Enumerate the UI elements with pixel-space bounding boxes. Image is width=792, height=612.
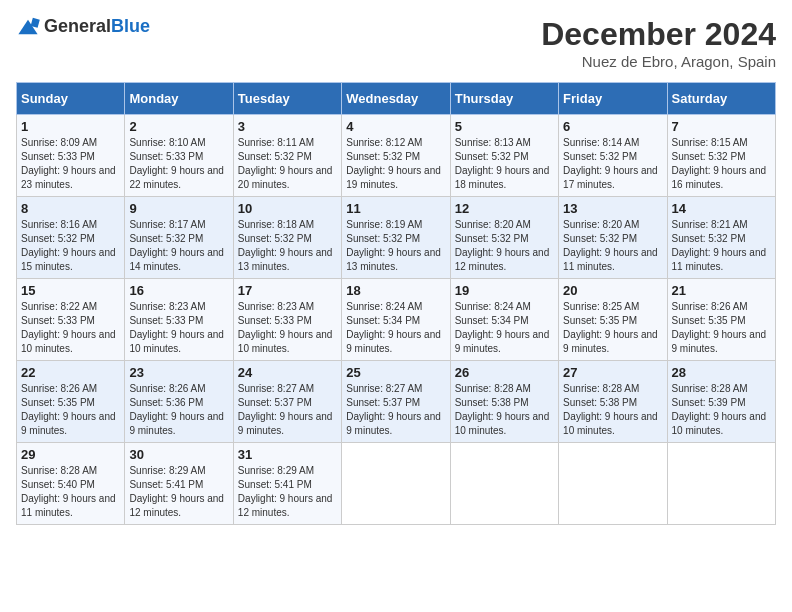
calendar-cell: 5Sunrise: 8:13 AMSunset: 5:32 PMDaylight… (450, 115, 558, 197)
day-number: 25 (346, 365, 445, 380)
day-info: Sunrise: 8:26 AMSunset: 5:36 PMDaylight:… (129, 382, 228, 438)
day-info: Sunrise: 8:14 AMSunset: 5:32 PMDaylight:… (563, 136, 662, 192)
day-info: Sunrise: 8:11 AMSunset: 5:32 PMDaylight:… (238, 136, 337, 192)
day-number: 5 (455, 119, 554, 134)
logo: GeneralBlue (16, 16, 150, 37)
day-info: Sunrise: 8:28 AMSunset: 5:40 PMDaylight:… (21, 464, 120, 520)
day-info: Sunrise: 8:19 AMSunset: 5:32 PMDaylight:… (346, 218, 445, 274)
day-number: 7 (672, 119, 771, 134)
calendar-cell: 9Sunrise: 8:17 AMSunset: 5:32 PMDaylight… (125, 197, 233, 279)
header-wednesday: Wednesday (342, 83, 450, 115)
week-row-4: 22Sunrise: 8:26 AMSunset: 5:35 PMDayligh… (17, 361, 776, 443)
day-number: 27 (563, 365, 662, 380)
header-friday: Friday (559, 83, 667, 115)
day-info: Sunrise: 8:27 AMSunset: 5:37 PMDaylight:… (238, 382, 337, 438)
day-number: 21 (672, 283, 771, 298)
day-number: 14 (672, 201, 771, 216)
day-info: Sunrise: 8:26 AMSunset: 5:35 PMDaylight:… (21, 382, 120, 438)
day-info: Sunrise: 8:17 AMSunset: 5:32 PMDaylight:… (129, 218, 228, 274)
calendar-cell: 6Sunrise: 8:14 AMSunset: 5:32 PMDaylight… (559, 115, 667, 197)
page-header: GeneralBlue December 2024 Nuez de Ebro, … (16, 16, 776, 70)
day-info: Sunrise: 8:27 AMSunset: 5:37 PMDaylight:… (346, 382, 445, 438)
main-title: December 2024 (541, 16, 776, 53)
day-info: Sunrise: 8:26 AMSunset: 5:35 PMDaylight:… (672, 300, 771, 356)
calendar-cell: 18Sunrise: 8:24 AMSunset: 5:34 PMDayligh… (342, 279, 450, 361)
day-number: 15 (21, 283, 120, 298)
day-number: 23 (129, 365, 228, 380)
day-number: 13 (563, 201, 662, 216)
day-number: 29 (21, 447, 120, 462)
calendar-cell: 24Sunrise: 8:27 AMSunset: 5:37 PMDayligh… (233, 361, 341, 443)
week-row-1: 1Sunrise: 8:09 AMSunset: 5:33 PMDaylight… (17, 115, 776, 197)
title-area: December 2024 Nuez de Ebro, Aragon, Spai… (541, 16, 776, 70)
logo-general: General (44, 16, 111, 36)
header-tuesday: Tuesday (233, 83, 341, 115)
calendar-cell: 23Sunrise: 8:26 AMSunset: 5:36 PMDayligh… (125, 361, 233, 443)
calendar-cell: 21Sunrise: 8:26 AMSunset: 5:35 PMDayligh… (667, 279, 775, 361)
day-info: Sunrise: 8:28 AMSunset: 5:38 PMDaylight:… (455, 382, 554, 438)
day-info: Sunrise: 8:21 AMSunset: 5:32 PMDaylight:… (672, 218, 771, 274)
day-info: Sunrise: 8:10 AMSunset: 5:33 PMDaylight:… (129, 136, 228, 192)
header-thursday: Thursday (450, 83, 558, 115)
calendar-cell: 4Sunrise: 8:12 AMSunset: 5:32 PMDaylight… (342, 115, 450, 197)
calendar-cell (450, 443, 558, 525)
calendar-cell: 26Sunrise: 8:28 AMSunset: 5:38 PMDayligh… (450, 361, 558, 443)
day-info: Sunrise: 8:24 AMSunset: 5:34 PMDaylight:… (455, 300, 554, 356)
calendar-cell: 29Sunrise: 8:28 AMSunset: 5:40 PMDayligh… (17, 443, 125, 525)
calendar-cell: 15Sunrise: 8:22 AMSunset: 5:33 PMDayligh… (17, 279, 125, 361)
day-number: 4 (346, 119, 445, 134)
day-info: Sunrise: 8:18 AMSunset: 5:32 PMDaylight:… (238, 218, 337, 274)
calendar-cell: 31Sunrise: 8:29 AMSunset: 5:41 PMDayligh… (233, 443, 341, 525)
logo-icon (16, 17, 40, 37)
day-info: Sunrise: 8:13 AMSunset: 5:32 PMDaylight:… (455, 136, 554, 192)
calendar-cell: 19Sunrise: 8:24 AMSunset: 5:34 PMDayligh… (450, 279, 558, 361)
calendar-cell: 8Sunrise: 8:16 AMSunset: 5:32 PMDaylight… (17, 197, 125, 279)
day-info: Sunrise: 8:12 AMSunset: 5:32 PMDaylight:… (346, 136, 445, 192)
week-row-2: 8Sunrise: 8:16 AMSunset: 5:32 PMDaylight… (17, 197, 776, 279)
day-info: Sunrise: 8:28 AMSunset: 5:39 PMDaylight:… (672, 382, 771, 438)
calendar-cell: 1Sunrise: 8:09 AMSunset: 5:33 PMDaylight… (17, 115, 125, 197)
day-info: Sunrise: 8:22 AMSunset: 5:33 PMDaylight:… (21, 300, 120, 356)
calendar-cell (342, 443, 450, 525)
day-number: 10 (238, 201, 337, 216)
day-info: Sunrise: 8:09 AMSunset: 5:33 PMDaylight:… (21, 136, 120, 192)
calendar-cell: 2Sunrise: 8:10 AMSunset: 5:33 PMDaylight… (125, 115, 233, 197)
day-number: 31 (238, 447, 337, 462)
day-number: 19 (455, 283, 554, 298)
day-number: 26 (455, 365, 554, 380)
day-info: Sunrise: 8:24 AMSunset: 5:34 PMDaylight:… (346, 300, 445, 356)
day-number: 16 (129, 283, 228, 298)
calendar-cell: 14Sunrise: 8:21 AMSunset: 5:32 PMDayligh… (667, 197, 775, 279)
day-number: 6 (563, 119, 662, 134)
calendar-cell (667, 443, 775, 525)
week-row-3: 15Sunrise: 8:22 AMSunset: 5:33 PMDayligh… (17, 279, 776, 361)
calendar-cell: 22Sunrise: 8:26 AMSunset: 5:35 PMDayligh… (17, 361, 125, 443)
calendar-cell (559, 443, 667, 525)
calendar-cell: 12Sunrise: 8:20 AMSunset: 5:32 PMDayligh… (450, 197, 558, 279)
day-info: Sunrise: 8:23 AMSunset: 5:33 PMDaylight:… (129, 300, 228, 356)
header-monday: Monday (125, 83, 233, 115)
calendar-cell: 7Sunrise: 8:15 AMSunset: 5:32 PMDaylight… (667, 115, 775, 197)
day-info: Sunrise: 8:15 AMSunset: 5:32 PMDaylight:… (672, 136, 771, 192)
calendar-cell: 10Sunrise: 8:18 AMSunset: 5:32 PMDayligh… (233, 197, 341, 279)
header-sunday: Sunday (17, 83, 125, 115)
day-number: 20 (563, 283, 662, 298)
calendar-cell: 17Sunrise: 8:23 AMSunset: 5:33 PMDayligh… (233, 279, 341, 361)
calendar-header-row: SundayMondayTuesdayWednesdayThursdayFrid… (17, 83, 776, 115)
calendar-cell: 27Sunrise: 8:28 AMSunset: 5:38 PMDayligh… (559, 361, 667, 443)
day-number: 8 (21, 201, 120, 216)
day-number: 30 (129, 447, 228, 462)
day-number: 24 (238, 365, 337, 380)
day-info: Sunrise: 8:25 AMSunset: 5:35 PMDaylight:… (563, 300, 662, 356)
day-number: 22 (21, 365, 120, 380)
week-row-5: 29Sunrise: 8:28 AMSunset: 5:40 PMDayligh… (17, 443, 776, 525)
subtitle: Nuez de Ebro, Aragon, Spain (541, 53, 776, 70)
day-info: Sunrise: 8:28 AMSunset: 5:38 PMDaylight:… (563, 382, 662, 438)
calendar-cell: 30Sunrise: 8:29 AMSunset: 5:41 PMDayligh… (125, 443, 233, 525)
calendar-cell: 3Sunrise: 8:11 AMSunset: 5:32 PMDaylight… (233, 115, 341, 197)
day-number: 9 (129, 201, 228, 216)
calendar-cell: 13Sunrise: 8:20 AMSunset: 5:32 PMDayligh… (559, 197, 667, 279)
calendar-cell: 11Sunrise: 8:19 AMSunset: 5:32 PMDayligh… (342, 197, 450, 279)
day-number: 11 (346, 201, 445, 216)
day-info: Sunrise: 8:20 AMSunset: 5:32 PMDaylight:… (455, 218, 554, 274)
